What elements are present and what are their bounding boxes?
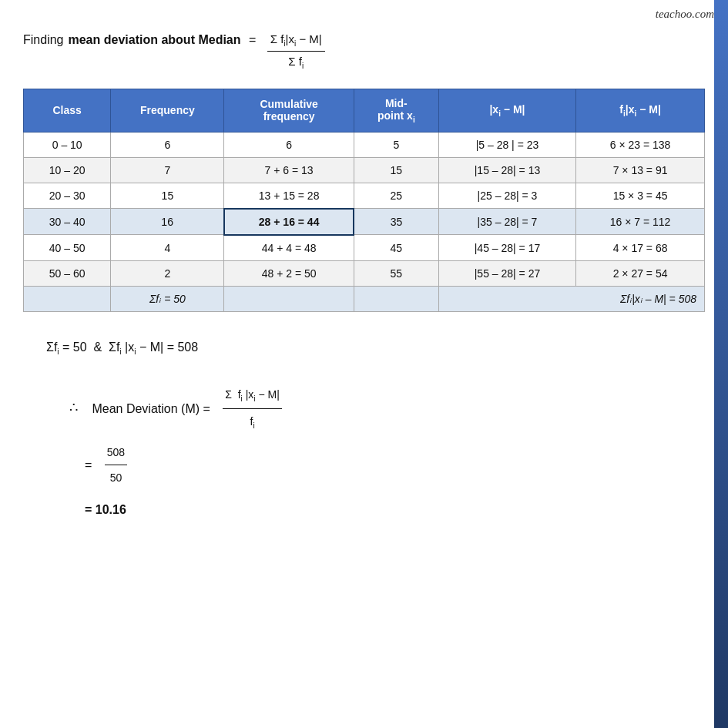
cell-cumfreq: 7 + 6 = 13 — [224, 157, 354, 183]
col-frequency: Frequency — [111, 89, 224, 133]
title-prefix: Finding — [23, 31, 63, 49]
cell-fidev: 16 × 7 = 112 — [576, 209, 705, 235]
title-numerator: Σ fi|xi − M| — [267, 31, 325, 52]
col-cumulative: Cumulativefrequency — [224, 89, 354, 133]
cell-fidev: 6 × 23 = 138 — [576, 132, 705, 157]
cell-class: 50 – 60 — [24, 260, 111, 286]
equals-sign-1: = — [85, 451, 96, 478]
cell-freq: 4 — [111, 235, 224, 261]
result-step2: = 508 50 — [85, 441, 705, 491]
cell-fidev: 2 × 27 = 54 — [576, 260, 705, 286]
stats-table: Class Frequency Cumulativefrequency Mid-… — [23, 89, 705, 312]
cell-absdev: |45 – 28| = 17 — [438, 235, 575, 261]
result-numerator: 508 — [105, 441, 127, 466]
cell-midpoint: 35 — [354, 209, 438, 235]
title-section: Finding mean deviation about Median = Σ … — [23, 31, 705, 72]
result-fraction: 508 50 — [105, 441, 127, 491]
mean-deviation-section: ∴ Mean Deviation (M) = Σ fi |xi − M| fi … — [69, 383, 705, 523]
sum-cell-4: Σfᵢ|xᵢ – M| = 508 — [438, 286, 704, 311]
cell-absdev: |5 – 28 | = 23 — [438, 132, 575, 157]
cell-absdev: |55 – 28| = 27 — [438, 260, 575, 286]
cell-midpoint: 5 — [354, 132, 438, 157]
table-sum-row: Σfᵢ = 50Σfᵢ|xᵢ – M| = 508 — [24, 286, 705, 311]
table-header-row: Class Frequency Cumulativefrequency Mid-… — [24, 89, 705, 133]
table-row: 40 – 50444 + 4 = 4845|45 – 28| = 174 × 1… — [24, 235, 705, 261]
table-row: 10 – 2077 + 6 = 1315|15 – 28| = 137 × 13… — [24, 157, 705, 183]
cell-freq: 16 — [111, 209, 224, 235]
cell-cumfreq: 13 + 15 = 28 — [224, 183, 354, 209]
cell-class: 40 – 50 — [24, 235, 111, 261]
cell-freq: 7 — [111, 157, 224, 183]
cell-cumfreq: 44 + 4 = 48 — [224, 235, 354, 261]
title-denominator: Σ fi — [285, 52, 307, 72]
title-formula: Σ fi|xi − M| Σ fi — [267, 31, 325, 72]
cell-freq: 2 — [111, 260, 224, 286]
cell-absdev: |15 – 28| = 13 — [438, 157, 575, 183]
summary-section: Σfi = 50 & Σfi |xi − M| = 508 — [46, 335, 705, 360]
cell-midpoint: 45 — [354, 235, 438, 261]
sidebar-decoration — [714, 0, 728, 728]
watermark: teachoo.com — [656, 8, 714, 21]
table-row: 50 – 60248 + 2 = 5055|55 – 28| = 272 × 2… — [24, 260, 705, 286]
cell-fidev: 7 × 13 = 91 — [576, 157, 705, 183]
cell-class: 30 – 40 — [24, 209, 111, 235]
title-equals: = — [246, 31, 260, 49]
title-bold: mean deviation about Median — [68, 31, 240, 49]
cell-cumfreq: 48 + 2 = 50 — [224, 260, 354, 286]
col-fi-dev: fi|xi − M| — [576, 89, 705, 133]
col-midpoint: Mid-point xi — [354, 89, 438, 133]
cell-fidev: 15 × 3 = 45 — [576, 183, 705, 209]
table-row: 20 – 301513 + 15 = 2825|25 – 28| = 315 ×… — [24, 183, 705, 209]
final-result-line: = 10.16 — [85, 496, 705, 523]
sum-cell-0 — [24, 286, 111, 311]
mean-dev-denominator: fi — [248, 409, 257, 434]
table-row: 30 – 401628 + 16 = 4435|35 – 28| = 716 ×… — [24, 209, 705, 235]
cell-midpoint: 55 — [354, 260, 438, 286]
mean-dev-label: Mean Deviation (M) = — [89, 395, 213, 422]
cell-cumfreq: 6 — [224, 132, 354, 157]
cell-freq: 15 — [111, 183, 224, 209]
summary-text: Σfi = 50 & Σfi |xi − M| = 508 — [46, 341, 198, 354]
cell-cumfreq: 28 + 16 = 44 — [224, 209, 354, 235]
result-denominator: 50 — [108, 465, 125, 490]
cell-fidev: 4 × 17 = 68 — [576, 235, 705, 261]
final-result-text: = 10.16 — [85, 496, 126, 523]
cell-midpoint: 15 — [354, 157, 438, 183]
mean-dev-formula: Σ fi |xi − M| fi — [223, 383, 282, 434]
table-row: 0 – 10665|5 – 28 | = 236 × 23 = 138 — [24, 132, 705, 157]
cell-class: 0 – 10 — [24, 132, 111, 157]
col-class: Class — [24, 89, 111, 133]
cell-midpoint: 25 — [354, 183, 438, 209]
therefore-symbol: ∴ — [69, 393, 78, 424]
cell-freq: 6 — [111, 132, 224, 157]
sum-cell-1: Σfᵢ = 50 — [111, 286, 224, 311]
cell-class: 10 – 20 — [24, 157, 111, 183]
mean-dev-line-1: ∴ Mean Deviation (M) = Σ fi |xi − M| fi — [69, 383, 705, 434]
sum-cell-3 — [354, 286, 438, 311]
mean-dev-numerator: Σ fi |xi − M| — [223, 383, 282, 409]
cell-absdev: |25 – 28| = 3 — [438, 183, 575, 209]
col-abs-dev: |xi − M| — [438, 89, 575, 133]
cell-absdev: |35 – 28| = 7 — [438, 209, 575, 235]
sum-cell-2 — [224, 286, 354, 311]
cell-class: 20 – 30 — [24, 183, 111, 209]
